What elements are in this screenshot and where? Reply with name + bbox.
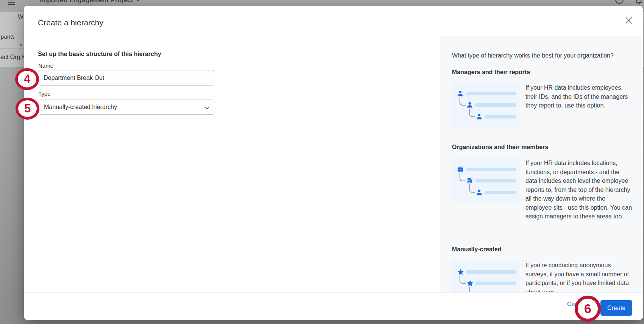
placeholder-bar <box>475 282 516 285</box>
hierarchy-type-select[interactable]: Manually-created hierarchy <box>38 100 215 115</box>
placeholder-bar <box>485 191 516 194</box>
section-heading-manual: Manually-created <box>452 246 502 253</box>
placeholder-bar <box>475 103 516 107</box>
background-divider <box>0 67 24 67</box>
person-icon <box>476 189 483 196</box>
hierarchy-name-input[interactable] <box>38 70 215 86</box>
create-button[interactable]: Create <box>600 300 632 316</box>
bell-icon[interactable] <box>634 0 643 5</box>
section-body-manual: If you're conducting anonymous surveys, … <box>525 261 633 296</box>
connector-line <box>469 184 475 193</box>
star-icon <box>457 268 464 276</box>
placeholder-bar <box>485 115 516 118</box>
person-icon <box>457 90 464 97</box>
chevron-down-icon <box>136 0 140 2</box>
modal-title: Create a hierarchy <box>38 18 103 27</box>
chevron-down-icon <box>204 104 210 111</box>
form-heading: Set up the basic structure of this hiera… <box>38 51 161 58</box>
section-heading-managers: Managers and their reports <box>452 69 530 76</box>
help-clock-icon[interactable] <box>615 0 624 4</box>
star-icon <box>466 280 474 287</box>
background-select-org-hierarchy-fragment[interactable]: ect Org H <box>0 54 26 61</box>
modal-footer: Cancel Create <box>24 292 643 320</box>
section-heading-organizations: Organizations and their members <box>452 144 548 151</box>
background-divider <box>0 48 24 48</box>
placeholder-bar <box>466 168 516 171</box>
name-label: Name <box>38 62 53 69</box>
type-label: Type <box>38 90 51 97</box>
person-icon <box>466 101 473 108</box>
managers-illustration-card <box>452 82 520 128</box>
info-question: What type of hierarchy works the best fo… <box>452 52 614 59</box>
person-icon <box>476 113 483 120</box>
section-body-organizations: If your HR data includes locations, func… <box>525 159 632 221</box>
hamburger-menu-icon[interactable] <box>8 0 15 4</box>
section-body-managers: If your HR data includes employees, thei… <box>525 83 629 110</box>
background-tab-participants-fragment[interactable]: pants <box>1 33 15 40</box>
connector-line <box>460 276 466 284</box>
annotation-step-5: 5 <box>16 98 39 120</box>
selected-type-value: Manually-created hierarchy <box>44 104 117 111</box>
create-hierarchy-modal: Create a hierarchy Set up the basic stru… <box>24 6 643 320</box>
project-title[interactable]: Imported Engagement Project <box>39 0 140 4</box>
background-heading-fragment: W <box>18 14 23 20</box>
placeholder-bar <box>475 179 516 182</box>
close-icon[interactable] <box>624 16 634 26</box>
connector-line <box>460 97 466 106</box>
organizations-illustration-card <box>452 157 520 202</box>
placeholder-bar <box>466 92 516 95</box>
briefcase-icon <box>457 166 464 173</box>
connector-line <box>469 109 475 117</box>
annotation-step-6: 6 <box>575 296 601 322</box>
connector-line <box>460 173 466 181</box>
building-icon <box>466 177 473 184</box>
placeholder-bar <box>466 270 516 274</box>
annotation-step-4: 4 <box>15 68 39 90</box>
active-tab-indicator <box>20 44 22 46</box>
screen: W pants ect Org H Imported Engagement Pr… <box>0 0 644 324</box>
